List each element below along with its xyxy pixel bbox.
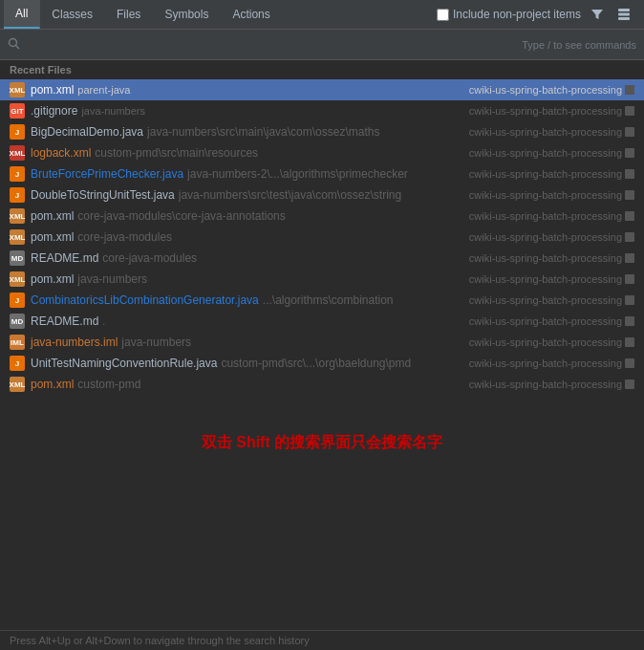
file-name: pom.xml xyxy=(31,209,74,223)
repo-icon xyxy=(625,274,634,284)
list-item[interactable]: IML java-numbers.iml java-numbers cwiki-… xyxy=(0,332,644,353)
repo-icon xyxy=(625,211,634,221)
repo-icon xyxy=(625,379,634,389)
file-path: core-java-modules\core-java-annotations xyxy=(77,209,461,223)
file-type-icon: XML xyxy=(10,82,25,98)
file-name: UnitTestNamingConventionRule.java xyxy=(31,357,217,370)
file-name: CombinatoricsLibCombinationGenerator.jav… xyxy=(31,293,259,307)
tab-files[interactable]: Files xyxy=(105,0,153,29)
layout-button[interactable] xyxy=(613,6,634,23)
tab-actions-label: Actions xyxy=(232,8,269,21)
file-repo: cwiki-us-spring-batch-processing xyxy=(469,105,622,117)
tab-symbols[interactable]: Symbols xyxy=(153,0,221,29)
include-non-project-input[interactable] xyxy=(437,9,449,21)
file-repo: cwiki-us-spring-batch-processing xyxy=(469,231,622,243)
file-repo: cwiki-us-spring-batch-processing xyxy=(469,189,622,201)
tab-actions[interactable]: Actions xyxy=(221,0,282,29)
svg-rect-0 xyxy=(618,9,630,11)
file-repo: cwiki-us-spring-batch-processing xyxy=(469,126,622,138)
list-item[interactable]: J UnitTestNamingConventionRule.java cust… xyxy=(0,353,644,374)
tab-classes[interactable]: Classes xyxy=(40,0,105,29)
file-path: ...\algorithms\combination xyxy=(263,293,462,307)
search-input[interactable] xyxy=(26,38,522,52)
file-type-icon: J xyxy=(10,187,25,203)
file-type-icon: GIT xyxy=(10,103,25,119)
filter-icon xyxy=(590,8,604,21)
file-type-icon: XML xyxy=(10,271,25,287)
repo-icon xyxy=(625,190,634,200)
file-name: pom.xml xyxy=(31,378,74,391)
file-list: XML pom.xml parent-java cwiki-us-spring-… xyxy=(0,79,644,395)
file-path: java-numbers xyxy=(77,272,461,286)
file-type-icon: XML xyxy=(10,377,25,392)
list-item[interactable]: MD README.md . cwiki-us-spring-batch-pro… xyxy=(0,311,644,332)
file-type-icon: XML xyxy=(10,229,25,245)
file-type-icon: XML xyxy=(10,208,25,224)
search-hint: Type / to see commands xyxy=(522,39,636,51)
svg-rect-2 xyxy=(618,17,630,20)
repo-icon xyxy=(625,169,634,179)
include-non-project-label: Include non-project items xyxy=(453,8,581,21)
svg-rect-1 xyxy=(618,13,630,16)
repo-icon xyxy=(625,232,634,242)
list-item[interactable]: J BigDecimalDemo.java java-numbers\src\m… xyxy=(0,121,644,142)
file-type-icon: XML xyxy=(10,145,25,161)
file-path: custom-pmd\src\...\org\baeldung\pmd xyxy=(221,357,461,370)
list-item[interactable]: XML logback.xml custom-pmd\src\main\reso… xyxy=(0,142,644,163)
tab-all[interactable]: All xyxy=(4,0,40,29)
tab-files-label: Files xyxy=(117,8,140,21)
list-item[interactable]: XML pom.xml core-java-modules\core-java-… xyxy=(0,206,644,227)
file-repo: cwiki-us-spring-batch-processing xyxy=(469,294,622,306)
file-name: logback.xml xyxy=(31,146,91,160)
file-path: custom-pmd\src\main\resources xyxy=(95,146,461,160)
list-item[interactable]: GIT .gitignore java-numbers cwiki-us-spr… xyxy=(0,100,644,121)
file-name-extra: . xyxy=(102,315,105,327)
center-message: 双击 Shift 的搜索界面只会搜索名字 xyxy=(0,395,644,491)
file-repo: cwiki-us-spring-batch-processing xyxy=(469,315,622,327)
file-name-extra: java-numbers xyxy=(81,105,145,117)
list-item[interactable]: XML pom.xml java-numbers cwiki-us-spring… xyxy=(0,269,644,290)
file-repo: cwiki-us-spring-batch-processing xyxy=(469,147,622,159)
file-repo: cwiki-us-spring-batch-processing xyxy=(469,84,622,96)
bottom-hint: Press Alt+Up or Alt+Down to navigate thr… xyxy=(0,630,644,650)
file-path: java-numbers\src\test\java\com\ossez\str… xyxy=(179,188,462,202)
svg-line-4 xyxy=(16,45,20,49)
repo-icon xyxy=(625,85,634,95)
file-name: pom.xml xyxy=(31,230,74,244)
file-name: README.md xyxy=(31,251,98,265)
tab-classes-label: Classes xyxy=(52,8,93,21)
layout-icon xyxy=(617,8,631,21)
list-item[interactable]: XML pom.xml core-java-modules cwiki-us-s… xyxy=(0,227,644,248)
list-item[interactable]: XML pom.xml parent-java cwiki-us-spring-… xyxy=(0,79,644,100)
file-repo: cwiki-us-spring-batch-processing xyxy=(469,252,622,264)
list-item[interactable]: XML pom.xml custom-pmd cwiki-us-spring-b… xyxy=(0,374,644,395)
list-item[interactable]: MD README.md core-java-modules cwiki-us-… xyxy=(0,248,644,269)
repo-icon xyxy=(625,358,634,368)
search-bar: Type / to see commands xyxy=(0,30,644,60)
file-name: BigDecimalDemo.java xyxy=(31,125,143,139)
file-name: README.md xyxy=(31,314,98,328)
list-item[interactable]: J DoubleToStringUnitTest.java java-numbe… xyxy=(0,184,644,206)
repo-icon xyxy=(625,253,634,263)
file-type-icon: IML xyxy=(10,335,25,350)
file-type-icon: MD xyxy=(10,314,25,329)
file-path: custom-pmd xyxy=(77,378,461,391)
repo-icon xyxy=(625,106,634,116)
file-list-container: Recent Files XML pom.xml parent-java cwi… xyxy=(0,60,644,630)
list-item[interactable]: J BruteForcePrimeChecker.java java-numbe… xyxy=(0,163,644,184)
filter-button[interactable] xyxy=(587,6,608,23)
repo-icon xyxy=(625,148,634,158)
include-non-project-checkbox[interactable]: Include non-project items xyxy=(437,8,581,21)
file-repo: cwiki-us-spring-batch-processing xyxy=(469,168,622,180)
top-right-controls: Include non-project items xyxy=(437,6,640,23)
svg-point-3 xyxy=(10,38,17,46)
file-type-icon: J xyxy=(10,292,25,308)
file-name: pom.xml xyxy=(31,272,74,286)
file-path: java-numbers\src\main\java\com\ossez\mat… xyxy=(147,125,462,139)
file-name: .gitignore xyxy=(31,104,77,118)
file-path: core-java-modules xyxy=(102,251,461,265)
repo-icon xyxy=(625,337,634,347)
list-item[interactable]: J CombinatoricsLibCombinationGenerator.j… xyxy=(0,290,644,311)
file-path: java-numbers xyxy=(121,336,461,349)
repo-icon xyxy=(625,295,634,305)
